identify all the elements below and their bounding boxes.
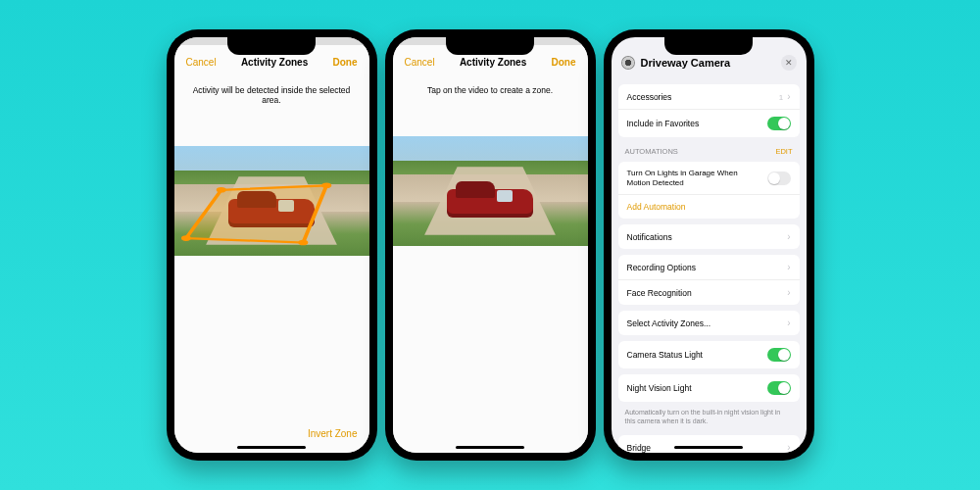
select-zones-label: Select Activity Zones... (627, 318, 711, 328)
done-button[interactable]: Done (552, 57, 576, 68)
chevron-right-icon: › (787, 262, 790, 272)
screen-activity-zones-selected: Cancel Activity Zones Done Activity will… (174, 37, 369, 453)
close-button[interactable]: ✕ (781, 55, 797, 71)
screen-camera-settings: Driveway Camera ✕ Accessories 1› Include… (612, 37, 807, 453)
favorites-label: Include in Favorites (627, 119, 700, 128)
row-include-favorites: Include in Favorites (618, 110, 800, 137)
invert-zone-button[interactable]: Invert Zone (308, 428, 358, 439)
phone-mockup-3: Driveway Camera ✕ Accessories 1› Include… (604, 29, 814, 461)
activity-zone-fill[interactable] (174, 146, 369, 256)
automation-1-title: Turn On Lights in Garage When Motion Det… (627, 169, 745, 187)
accessories-count: 1 (779, 93, 783, 102)
home-indicator[interactable] (237, 446, 306, 449)
notch (446, 37, 534, 55)
help-text: Activity will be detected inside the sel… (174, 75, 369, 105)
device-title: Driveway Camera (641, 57, 731, 69)
settings-scroll[interactable]: Accessories 1› Include in Favorites AUTO… (612, 78, 807, 453)
chevron-right-icon: › (787, 91, 790, 102)
row-add-automation[interactable]: Add Automation (618, 195, 800, 219)
chevron-right-icon: › (787, 231, 790, 242)
row-notifications[interactable]: Notifications › (618, 224, 800, 249)
camera-preview[interactable] (174, 146, 369, 256)
automations-edit-button[interactable]: EDIT (775, 147, 792, 156)
row-select-activity-zones[interactable]: Select Activity Zones... › (618, 311, 800, 335)
automations-header-text: AUTOMATIONS (625, 147, 678, 156)
chevron-right-icon: › (787, 287, 790, 298)
recording-options-label: Recording Options (627, 263, 696, 272)
notch (664, 37, 753, 55)
page-title: Activity Zones (241, 57, 308, 68)
add-automation-label: Add Automation (627, 202, 686, 212)
automations-header: AUTOMATIONS EDIT (612, 143, 807, 156)
row-night-vision-light: Night Vision Light (618, 374, 800, 402)
night-vision-label: Night Vision Light (627, 383, 692, 393)
row-automation-1[interactable]: Turn On Lights in Garage When Motion Det… (618, 162, 800, 195)
done-button[interactable]: Done (333, 57, 358, 68)
row-recording-options[interactable]: Recording Options › (618, 255, 800, 280)
camera-preview[interactable] (393, 136, 588, 246)
car-object (447, 189, 533, 218)
row-camera-status-light: Camera Status Light (618, 341, 800, 368)
camera-icon (621, 56, 635, 70)
cancel-button[interactable]: Cancel (186, 57, 217, 68)
cancel-button[interactable]: Cancel (405, 57, 435, 68)
notifications-label: Notifications (627, 232, 672, 242)
row-accessories[interactable]: Accessories 1› (618, 84, 800, 110)
home-indicator[interactable] (456, 446, 524, 449)
bridge-label: Bridge (627, 443, 652, 453)
notch (227, 37, 316, 55)
status-light-label: Camera Status Light (627, 350, 703, 360)
chevron-right-icon: › (787, 318, 790, 328)
phone-mockup-1: Cancel Activity Zones Done Activity will… (167, 29, 377, 461)
face-recognition-label: Face Recognition (627, 288, 692, 298)
home-indicator[interactable] (674, 446, 743, 449)
chevron-right-icon: › (787, 442, 790, 453)
night-vision-toggle[interactable] (767, 381, 791, 395)
help-text: Tap on the video to create a zone. (393, 75, 588, 95)
close-icon: ✕ (785, 58, 793, 68)
page-title: Activity Zones (460, 57, 526, 68)
night-vision-help: Automatically turn on the built-in night… (612, 408, 807, 429)
row-bridge[interactable]: Bridge › (618, 435, 800, 453)
automation-1-toggle[interactable] (767, 172, 791, 185)
phone-mockup-2: Cancel Activity Zones Done Tap on the vi… (385, 29, 596, 461)
accessories-label: Accessories (627, 92, 672, 102)
screen-activity-zones-empty: Cancel Activity Zones Done Tap on the vi… (393, 37, 588, 453)
favorites-toggle[interactable] (767, 117, 791, 130)
status-light-toggle[interactable] (767, 348, 791, 362)
row-face-recognition[interactable]: Face Recognition › (618, 280, 800, 305)
